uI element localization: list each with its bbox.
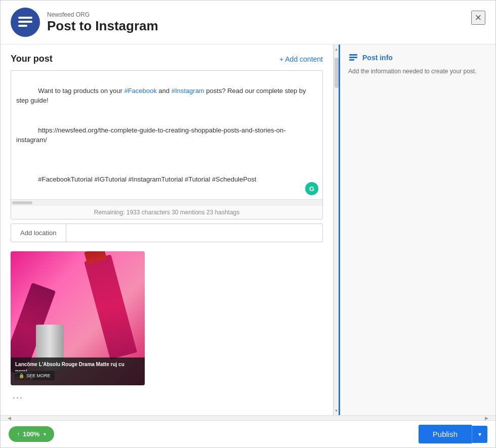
main-scrollbar[interactable]: ▲ ▼ [334,44,339,415]
scrollbar-track [334,53,339,407]
lipstick-1 [84,254,137,359]
bottom-bar: ↑ 100% ▾ Publish ▾ [1,420,495,447]
header: Newsfeed ORG Post to Instagram × [1,1,495,44]
upload-icon: ↑ [17,431,20,438]
post-url: https://newsfeed.org/the-complete-guide-… [16,126,286,144]
scroll-down-arrow[interactable]: ▼ [334,407,339,414]
grammarly-button[interactable]: G [305,182,318,195]
facebook-hashtag: #Facebook [124,87,156,95]
char-counter: Remaining: 1933 characters 30 mentions 2… [11,205,322,219]
app-window: Newsfeed ORG Post to Instagram × Your po… [0,0,496,448]
scroll-right-arrow[interactable]: ▶ [485,416,488,421]
page-title: Post to Instagram [47,18,158,34]
post-hashtags: #FacebookTutorial #IGTutorial #Instagram… [38,175,256,183]
svg-rect-1 [18,21,32,23]
logo-icon [17,14,34,31]
product-image: Lancôme L'Absolu Rouge Drama Matte ruj c… [11,251,145,385]
image-dots[interactable]: ... [11,390,323,401]
post-info-title: Post info [362,54,393,62]
main-content: Your post + Add content Want to tag prod… [1,44,495,415]
post-text-container: Want to tag products on your #Facebook a… [11,70,323,219]
close-button[interactable]: × [471,11,485,25]
header-title-group: Newsfeed ORG Post to Instagram [47,11,158,34]
publish-button[interactable]: Publish [419,425,472,443]
text-before-facebook: Want to tag products on your [38,87,124,95]
left-panel[interactable]: Your post + Add content Want to tag prod… [1,44,334,415]
see-more-button[interactable]: 🔒 SEE MORE [15,371,55,380]
section-header: Your post + Add content [11,54,323,64]
svg-rect-0 [18,17,32,19]
see-more-label: SEE MORE [26,373,51,378]
h-scroll-track [11,417,485,420]
image-background: Lancôme L'Absolu Rouge Drama Matte ruj c… [11,251,145,385]
svg-rect-4 [349,57,357,58]
app-logo [11,8,40,37]
h-scrollbar-thumb [12,201,32,204]
horizontal-scrollbar[interactable] [11,199,322,205]
org-name: Newsfeed ORG [47,11,158,18]
scrollbar-thumb [335,58,339,88]
lock-icon: 🔒 [19,373,24,378]
scroll-up-arrow[interactable]: ▲ [334,46,339,53]
your-post-label: Your post [11,54,53,64]
publish-group: Publish ▾ [419,425,487,443]
add-location-tab[interactable]: Add location [11,224,66,242]
upload-button[interactable]: ↑ 100% ▾ [9,426,54,442]
post-text-content[interactable]: Want to tag products on your #Facebook a… [16,76,307,194]
location-bar: Add location [11,223,323,242]
svg-rect-3 [349,54,357,56]
bottom-scrollbar[interactable]: ◀ ▶ [1,415,495,420]
svg-rect-2 [18,25,27,27]
post-info-desc: Add the information needed to create you… [348,67,487,76]
post-info-header: Post info [348,53,487,63]
post-info-icon [348,53,358,63]
add-content-button[interactable]: + Add content [279,55,323,63]
upload-percent: 100% [23,430,39,438]
instagram-hashtag: #Instagram [172,87,204,95]
svg-rect-5 [349,59,354,61]
text-and: and [157,87,172,95]
publish-dropdown-button[interactable]: ▾ [472,426,487,443]
upload-chevron-icon: ▾ [44,431,46,437]
right-panel: Post info Add the information needed to … [339,44,495,415]
scroll-left-arrow[interactable]: ◀ [8,416,11,421]
post-text-inner[interactable]: Want to tag products on your #Facebook a… [11,71,322,199]
